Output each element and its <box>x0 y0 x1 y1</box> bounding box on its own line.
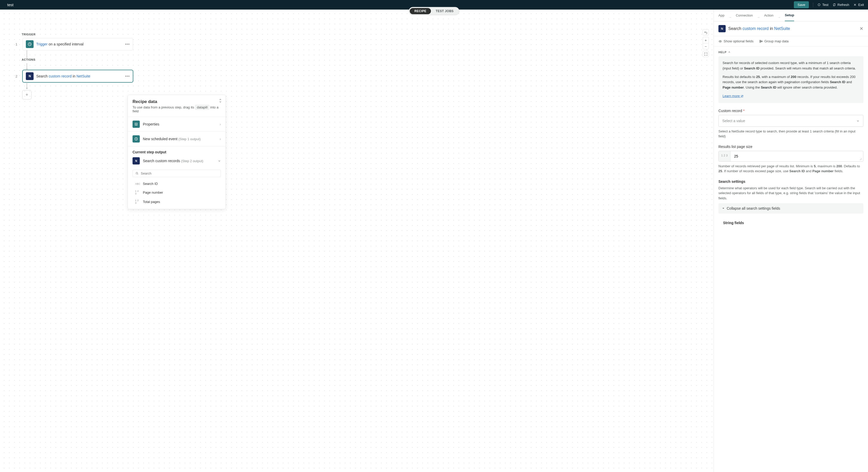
page-size-input[interactable] <box>731 151 859 161</box>
string-fields-label: String fields <box>723 221 863 225</box>
search-settings-help: Determine what operators will be used fo… <box>718 186 863 201</box>
page-size-label: Results list page size <box>718 145 863 149</box>
svg-rect-8 <box>761 41 762 42</box>
external-link-icon <box>741 95 743 98</box>
svg-rect-6 <box>760 40 761 41</box>
tab-test-jobs[interactable]: TEST JOBS <box>431 8 458 14</box>
trigger-section-label: TRIGGER <box>22 33 698 36</box>
svg-point-0 <box>818 4 820 6</box>
clock-icon <box>26 40 34 48</box>
tab-setup[interactable]: Setup <box>785 13 794 21</box>
panel-title: Search custom record in NetSuite <box>728 26 857 31</box>
current-step-label: Current step output <box>128 147 225 156</box>
search-custom-records-item[interactable]: N Search custom records (Step 2 output) <box>128 156 225 168</box>
resize-icon <box>859 151 863 161</box>
group-map-button[interactable]: Group map data <box>759 39 789 43</box>
step-more-button[interactable] <box>125 76 130 77</box>
refresh-icon <box>833 3 836 6</box>
svg-point-5 <box>720 41 721 41</box>
arrow-right-icon: → <box>757 15 760 19</box>
zoom-out-button[interactable]: − <box>703 43 709 49</box>
page-size-help: Number of records retrieved per page of … <box>718 164 863 174</box>
app-title: test <box>7 3 13 7</box>
chevron-right-icon: › <box>220 122 221 126</box>
search-icon <box>135 172 139 175</box>
popover-subtitle: To use data from a previous step, drag i… <box>132 105 221 113</box>
test-button[interactable]: Test <box>817 3 829 7</box>
properties-icon <box>132 121 140 128</box>
svg-point-4 <box>136 172 138 174</box>
step-number: 2 <box>16 74 17 78</box>
close-icon <box>853 3 857 6</box>
search-settings-label: Search settings <box>718 180 863 184</box>
actions-section-label: ACTIONS <box>22 58 698 61</box>
save-button[interactable]: Save <box>794 1 809 8</box>
custom-record-help: Select a NetSuite record type to search,… <box>718 129 863 139</box>
datapill-total-pages[interactable]: 1 2 3Total pages <box>128 197 225 209</box>
close-panel-button[interactable]: ✕ <box>860 26 863 32</box>
exit-button[interactable]: Exit <box>853 3 864 7</box>
arrow-right-icon: → <box>728 15 732 19</box>
scheduled-event-item[interactable]: New scheduled event (Step 1 output) › <box>128 132 225 146</box>
expand-icon[interactable] <box>219 99 222 103</box>
clock-icon <box>132 135 140 143</box>
panel-tabs: App → Connection → Action → Setup <box>714 9 868 22</box>
arrow-right-icon: → <box>778 15 781 19</box>
recipe-data-popover: Recipe data To use data from a previous … <box>128 95 226 209</box>
tab-recipe[interactable]: RECIPE <box>410 8 431 14</box>
zoom-in-button[interactable]: + <box>703 37 709 43</box>
map-icon <box>759 39 763 43</box>
config-panel: App → Connection → Action → Setup N Sear… <box>714 9 868 472</box>
flow-canvas[interactable]: + − TRIGGER 1 Trigger on a specified int… <box>0 9 714 472</box>
svg-rect-2 <box>135 123 137 125</box>
custom-record-select[interactable]: Select a value <box>718 115 863 127</box>
datapill-search[interactable] <box>132 170 221 177</box>
number-type-icon: 1 2 3 <box>719 151 731 161</box>
tab-connection[interactable]: Connection <box>736 13 753 21</box>
help-section-label[interactable]: HELP <box>718 51 863 54</box>
step-more-button[interactable] <box>125 44 130 45</box>
datapill-search-id[interactable]: ABCSearch ID <box>128 180 225 188</box>
netsuite-icon: N <box>718 25 726 32</box>
triangle-down-icon <box>722 207 724 210</box>
show-optional-button[interactable]: Show optional fields <box>718 39 753 43</box>
step-trigger[interactable]: Trigger on a specified interval <box>23 38 133 50</box>
refresh-button[interactable]: Refresh <box>833 3 849 7</box>
chevron-right-icon: › <box>220 137 221 141</box>
netsuite-icon: N <box>132 157 140 164</box>
datapill-page-number[interactable]: 1 2 3Page number <box>128 188 225 197</box>
tab-action[interactable]: Action <box>764 13 773 21</box>
step-number: 1 <box>16 42 17 46</box>
tab-app[interactable]: App <box>718 13 724 21</box>
eye-icon <box>718 39 722 43</box>
svg-rect-7 <box>760 41 761 42</box>
chevron-up-icon <box>728 51 731 54</box>
fit-icon <box>704 53 708 56</box>
search-input[interactable] <box>141 171 218 175</box>
add-step-button[interactable]: + <box>22 90 32 99</box>
step-text: Trigger on a specified interval <box>36 42 122 46</box>
help-box: Search for records of selected custom re… <box>718 56 863 103</box>
undo-icon <box>704 31 708 34</box>
undo-button[interactable] <box>703 29 709 35</box>
learn-more-link[interactable]: Learn more <box>722 94 743 98</box>
page-size-input-wrap: 1 2 3 <box>718 151 863 162</box>
circle-icon <box>817 3 821 6</box>
collapse-search-settings[interactable]: Collapse all search settings fields <box>718 203 863 214</box>
custom-record-label: Custom record * <box>718 109 863 113</box>
popover-title: Recipe data <box>132 99 221 104</box>
step-text: Search custom record in NetSuite <box>36 74 122 78</box>
chevron-down-icon <box>218 159 221 162</box>
fit-button[interactable] <box>703 51 709 57</box>
step-search-custom-record[interactable]: N Search custom record in NetSuite <box>23 70 133 82</box>
chevron-down-icon <box>857 119 860 122</box>
view-switcher: RECIPE TEST JOBS <box>409 7 459 15</box>
netsuite-icon: N <box>26 72 34 80</box>
properties-item[interactable]: Properties › <box>128 117 225 131</box>
